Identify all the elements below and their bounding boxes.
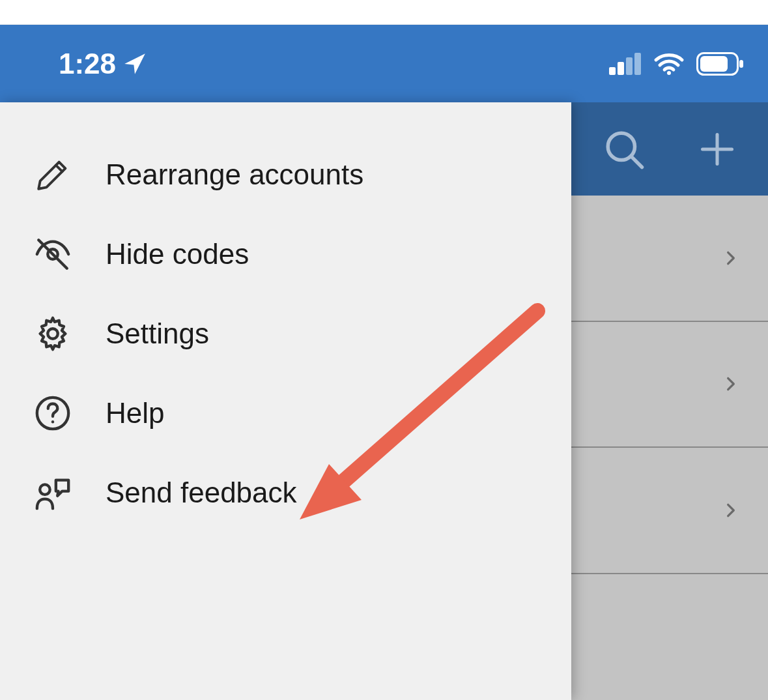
eye-off-icon <box>33 234 73 274</box>
svg-point-15 <box>48 328 57 338</box>
menu-item-settings[interactable]: Settings <box>0 294 571 373</box>
svg-line-9 <box>632 157 642 167</box>
svg-line-12 <box>56 166 63 172</box>
cellular-signal-icon <box>609 53 642 75</box>
svg-rect-6 <box>700 56 728 72</box>
add-icon[interactable] <box>698 130 737 169</box>
menu-item-label: Hide codes <box>106 238 249 270</box>
status-left: 1:28 <box>59 48 147 80</box>
svg-rect-1 <box>618 62 624 75</box>
chevron-right-icon <box>722 497 739 523</box>
location-icon <box>122 51 147 76</box>
list-item[interactable] <box>571 322 768 448</box>
svg-point-18 <box>40 484 50 494</box>
menu-item-label: Settings <box>106 317 209 350</box>
chevron-right-icon <box>722 245 739 271</box>
menu-item-rearrange-accounts[interactable]: Rearrange accounts <box>0 135 571 214</box>
feedback-icon <box>33 473 73 513</box>
list-item[interactable] <box>571 448 768 574</box>
menu-item-label: Rearrange accounts <box>106 158 363 191</box>
gear-icon <box>33 314 73 354</box>
list-item[interactable] <box>571 196 768 322</box>
svg-point-8 <box>608 133 634 160</box>
svg-point-17 <box>51 420 54 423</box>
menu-item-help[interactable]: Help <box>0 373 571 453</box>
search-icon[interactable] <box>603 128 646 171</box>
menu-item-label: Help <box>106 397 165 430</box>
menu-item-send-feedback[interactable]: Send feedback <box>0 453 571 532</box>
menu-item-hide-codes[interactable]: Hide codes <box>0 214 571 294</box>
help-circle-icon <box>33 393 73 433</box>
background-header <box>571 102 768 196</box>
background-list <box>571 196 768 700</box>
battery-icon <box>696 52 745 76</box>
svg-rect-2 <box>626 57 633 75</box>
menu-item-label: Send feedback <box>106 476 297 509</box>
pencil-icon <box>33 154 73 195</box>
chevron-right-icon <box>722 371 739 397</box>
side-menu-panel: Rearrange accounts Hide codes Settings <box>0 102 571 700</box>
top-strip <box>0 0 768 25</box>
svg-rect-0 <box>609 67 616 75</box>
status-bar: 1:28 <box>0 25 768 102</box>
content-area: Rearrange accounts Hide codes Settings <box>0 102 768 700</box>
svg-rect-7 <box>739 60 743 68</box>
status-time: 1:28 <box>59 48 116 80</box>
wifi-icon <box>653 52 685 76</box>
list-item[interactable] <box>571 574 768 700</box>
svg-point-4 <box>667 71 671 75</box>
svg-rect-3 <box>634 53 641 75</box>
status-right <box>609 52 745 76</box>
